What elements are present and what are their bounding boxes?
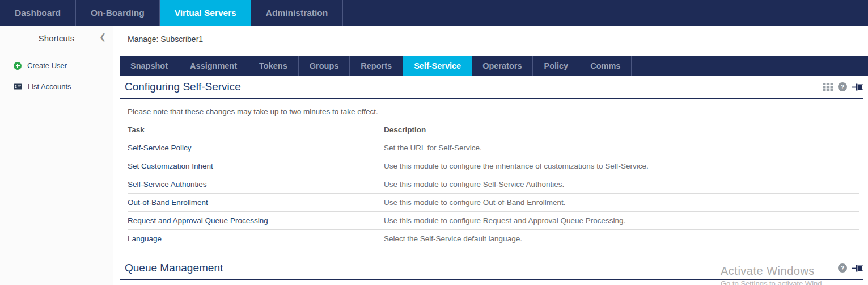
top-nav-tab-label: Administration (266, 8, 328, 18)
table-row: Request and Approval Queue Processing Us… (128, 212, 859, 230)
server-tab-label: Comms (590, 61, 620, 70)
table-row: Self-Service Policy Set the URL for Self… (128, 139, 859, 157)
account-card-icon (14, 83, 22, 90)
table-grid-icon[interactable] (823, 83, 833, 91)
sidebar-item-label: Create User (27, 61, 67, 70)
task-description: Use this module to configure Request and… (384, 212, 859, 230)
activate-windows-watermark: Activate Windows (721, 265, 815, 278)
server-tab-label: Reports (361, 61, 392, 70)
server-tab[interactable]: Policy (533, 56, 579, 76)
sidebar-item-create-user[interactable]: Create User (14, 61, 113, 70)
section-header-icons: ? (838, 263, 863, 273)
task-description: Use this module to configure Out-of-Band… (384, 194, 859, 212)
sidebar-item-list-accounts[interactable]: List Accounts (14, 82, 113, 91)
server-tab[interactable]: Groups (299, 56, 350, 76)
server-tab-label: Operators (482, 61, 522, 70)
task-link[interactable]: Self-Service Authorities (128, 180, 207, 188)
chevron-left-icon[interactable]: ❮ (99, 32, 106, 41)
manage-subscriber-label: Manage: Subscriber1 (128, 35, 203, 44)
section-header-icons: ? (823, 82, 863, 91)
task-link[interactable]: Set Customization Inherit (128, 162, 213, 170)
plus-circle-icon (14, 62, 22, 70)
sidebar-header: Shortcuts ❮ (0, 26, 113, 51)
sidebar-item-label: List Accounts (28, 82, 71, 91)
server-tab[interactable]: Operators (472, 56, 533, 76)
top-nav-tab[interactable]: Dashboard (0, 0, 76, 26)
top-nav-tab-label: On-Boarding (91, 8, 145, 18)
top-nav-tab[interactable]: Administration (251, 0, 343, 26)
task-link[interactable]: Language (128, 234, 162, 243)
sidebar-items: Create User List Accounts (0, 51, 113, 91)
task-description: Select the Self-Service default language… (384, 230, 859, 248)
section-title: Queue Management (125, 262, 223, 274)
server-tab[interactable]: Reports (350, 56, 403, 76)
virtual-server-tabs: Snapshot Assignment Tokens Groups Report… (120, 56, 868, 76)
pin-icon[interactable] (852, 264, 863, 273)
top-nav-tab-label: Virtual Servers (175, 8, 236, 18)
task-link[interactable]: Request and Approval Queue Processing (128, 216, 268, 225)
self-service-task-table: Task Description Self-Service Policy Set… (128, 120, 859, 248)
server-tab-label: Assignment (190, 61, 237, 70)
table-row: Set Customization Inherit Use this modul… (128, 157, 859, 175)
server-tab-label: Tokens (259, 61, 287, 70)
server-tab-label: Self-Service (414, 61, 461, 70)
column-header-description: Description (384, 120, 859, 139)
top-nav-tab[interactable]: On-Boarding (76, 0, 160, 26)
column-header-task: Task (128, 120, 384, 139)
section-title: Configuring Self-Service (125, 81, 241, 93)
activate-windows-watermark-subtext: Go to Settings to activate Wind (721, 279, 822, 285)
top-nav-tab-label: Dashboard (15, 8, 61, 18)
task-description: Use this module to configure the inherit… (384, 157, 859, 175)
task-description: Use this module to configure Self-Servic… (384, 175, 859, 194)
server-tab[interactable]: Comms (579, 56, 632, 76)
sidebar-title: Shortcuts (39, 33, 74, 43)
pin-icon[interactable] (852, 83, 863, 91)
server-tab[interactable]: Tokens (248, 56, 299, 76)
self-service-content: Configuring Self-Service ? (114, 76, 868, 280)
task-description: Set the URL for Self-Service. (384, 139, 859, 157)
main-content: Manage: Subscriber1 Snapshot Assignment … (114, 26, 868, 285)
top-navigation: Dashboard On-Boarding Virtual Servers Ad… (0, 0, 868, 26)
section-header-configuring-self-service: Configuring Self-Service ? (120, 79, 863, 99)
server-tab[interactable]: Self-Service (403, 56, 472, 76)
shortcuts-sidebar: Shortcuts ❮ Create User List Accounts (0, 26, 113, 285)
effect-delay-note: Please note that these changes may take … (128, 107, 868, 116)
server-tab-label: Snapshot (130, 61, 168, 70)
table-row: Language Select the Self-Service default… (128, 230, 859, 248)
server-tab[interactable]: Snapshot (120, 56, 179, 76)
task-link[interactable]: Self-Service Policy (128, 144, 192, 152)
table-row: Out-of-Band Enrollment Use this module t… (128, 194, 859, 212)
table-row: Self-Service Authorities Use this module… (128, 175, 859, 194)
server-tab-label: Groups (310, 61, 339, 70)
help-icon[interactable]: ? (838, 263, 847, 273)
top-nav-tab[interactable]: Virtual Servers (160, 0, 251, 26)
server-tab[interactable]: Assignment (179, 56, 248, 76)
table-header-row: Task Description (128, 120, 859, 139)
help-icon[interactable]: ? (838, 82, 847, 91)
server-tab-label: Policy (544, 61, 568, 70)
task-link[interactable]: Out-of-Band Enrollment (128, 198, 208, 207)
